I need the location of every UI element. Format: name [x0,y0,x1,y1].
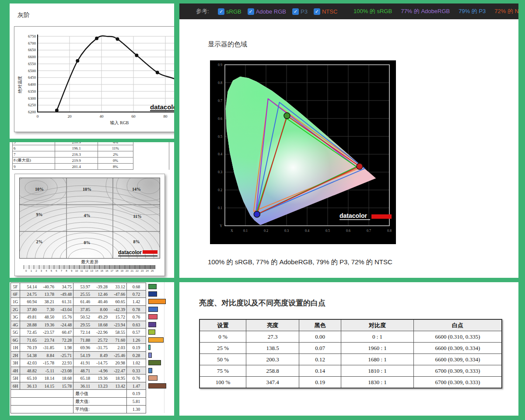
patch-id: 4G [11,321,20,329]
color-accuracy-panel: 5F54.14-40.7634.7553.97-39.2833.120.686F… [10,282,174,416]
luminance-cell: 1810 : 1 [341,365,414,377]
color-row-5F: 5F54.14-40.7634.7553.97-39.2833.120.68 [10,283,146,290]
reference-label: 参考: [196,4,209,19]
measured-lab: 50.5249.2915.72 [74,313,127,321]
luminance-header: 设置 [200,319,246,331]
uniformity-contour-plot: 10%10%14%9%4%11%2%0%8% datacolor [19,178,160,259]
uniformity-value-label: 0% [84,240,91,245]
checkbox-srgb-icon[interactable] [218,8,224,15]
luminance-cell: 0 : 1 [341,331,414,343]
y-tick: 6750 [28,34,36,38]
luminance-cell: 0.00 [299,331,341,343]
luminance-cell: 138.5 [246,343,299,354]
color-row-6F: 6F24.7513.78-49.4825.5512.46-47.660.72 [10,290,146,298]
cie-y-tick: 0.4 [218,152,222,156]
checkbox-adobe-rgb-icon[interactable] [248,8,254,15]
data-point [156,71,159,74]
target-lab: 71.6523.7472.28 [20,336,74,344]
scale-tick: 10 [74,270,79,272]
values-cell: 7 [13,151,55,158]
values-row: 9201.48% [13,164,169,170]
datacolor-logo: datacolor [118,249,158,256]
luminance-title: 亮度、对比度以及不同亮度设置的白点 [199,298,326,308]
cie-y-tick: 0.7 [218,99,222,103]
uniformity-value-label: 14% [132,187,141,192]
summary-label: 平均值: [74,406,127,413]
primary-marker [357,163,363,169]
y-tick: 6550 [28,62,36,66]
measured-lab: 25.5512.46-47.66 [74,290,127,298]
cie-x-tick: 0.1 [243,229,248,233]
luminance-table: 设置亮度黑色对比度白点 0 %27.30.000 : 16600 (0.310,… [199,319,502,388]
measured-lab: 41.91-14.7520.98 [74,359,127,367]
gamut-caption: 100% 的 sRGB, 77% 的 AdobeRGB, 79% 的 P3, 7… [208,258,392,266]
summary-value: 5.81 [127,398,146,405]
scale-tick: 7 [59,270,64,272]
data-point [76,59,79,63]
grayscale-chart: 6750670066506600655065006450640063506300… [14,27,174,131]
color-row-4H: 4H48.82-5.11-23.0848.71-4.96-22.470.33 [10,367,146,375]
cie-y-tick: 0.1 [218,206,222,210]
x-tick: 0 [37,114,39,119]
patch-id: 4H [11,367,20,374]
values-cell [133,151,169,158]
scale-tick: 25 [150,270,155,272]
reference-option-label: sRGB [226,8,242,15]
target-lab: 54.14-40.7634.75 [20,283,74,290]
grayscale-panel: 灰阶 6750670066506600655065006450640063506… [10,4,174,139]
patch-id: 5F [11,283,20,290]
uniformity-value-label: 10% [35,187,44,192]
luminance-cell: 6600 (0.309, 0.334) [414,343,502,354]
scale-tick: 14 [94,270,99,272]
values-cell: 201.4 [55,164,98,170]
cie-y-tick: 0.5 [218,135,222,139]
delta-e-value: 1.26 [127,336,146,344]
scale-tick: 11 [79,270,84,272]
delta-e-value: 0.76 [127,313,146,321]
y-tick: 6200 [28,110,36,114]
delta-e-value: 1.02 [127,359,146,367]
luminance-header: 白点 [414,319,502,331]
luminance-cell: 258.8 [246,365,299,377]
cie-y-tick: 0.6 [218,117,222,121]
scale-tick: 5 [49,270,54,272]
values-row: 8 (最大值)219.90% [13,158,169,164]
summary-empty-cell [11,406,74,413]
values-cell: 8 (最大值) [13,158,55,164]
values-cell: 0% [98,158,133,164]
luminance-cell: 6700 (0.309, 0.333) [414,365,502,377]
delta-e-bar [148,353,152,358]
patch-id: 6G [11,336,20,344]
scale-tick: 2 [34,270,39,272]
values-cell: 6 [13,145,55,151]
values-cell: 196.1 [55,145,98,151]
luminance-cell: 6700 (0.309, 0.333) [414,377,502,388]
delta-e-value: 0.28 [127,352,146,359]
luminance-cell: 0 % [200,331,246,343]
target-lab: 65.1018.1418.68 [20,374,74,382]
luminance-cell: 200.3 [246,354,299,365]
reference-option-label: NTSC [322,8,337,15]
scale-tick: 9 [69,270,74,272]
scale-tick: 22 [135,270,140,272]
coverage-result: 79% 的 P3 [458,7,486,15]
luminance-row: 25 %138.50.071960 : 16600 (0.309, 0.334) [200,343,502,354]
luminance-row: 50 %200.30.121680 : 16600 (0.309, 0.334) [200,354,502,365]
values-cell: 9 [13,164,55,170]
coverage-result: 72% 的 NTSC [494,7,518,15]
target-lab: 24.7513.78-49.48 [20,290,74,298]
data-point [135,53,138,57]
summary-empty-cell [11,390,74,397]
color-row-2G: 2G37.807.30-43.0437.858.00-42.390.78 [10,306,146,314]
checkbox-ntsc-icon[interactable] [314,8,320,15]
y-tick: 6700 [28,41,36,46]
measured-lab: 71.8825.7271.60 [74,336,127,344]
luminance-cell: 0.12 [299,354,341,365]
color-row-2H: 2H54.388.84-25.7154.198.49-25.460.28 [10,352,146,360]
color-row-3H: 3H42.03-15.7822.9341.91-14.7520.981.02 [10,359,146,367]
x-tick: 40 [100,114,104,119]
checkbox-p3-icon[interactable] [292,8,299,15]
delta-e-value: 0.76 [127,374,146,382]
target-lab: 37.807.30-43.04 [20,306,74,313]
luminance-header: 亮度 [246,319,299,331]
